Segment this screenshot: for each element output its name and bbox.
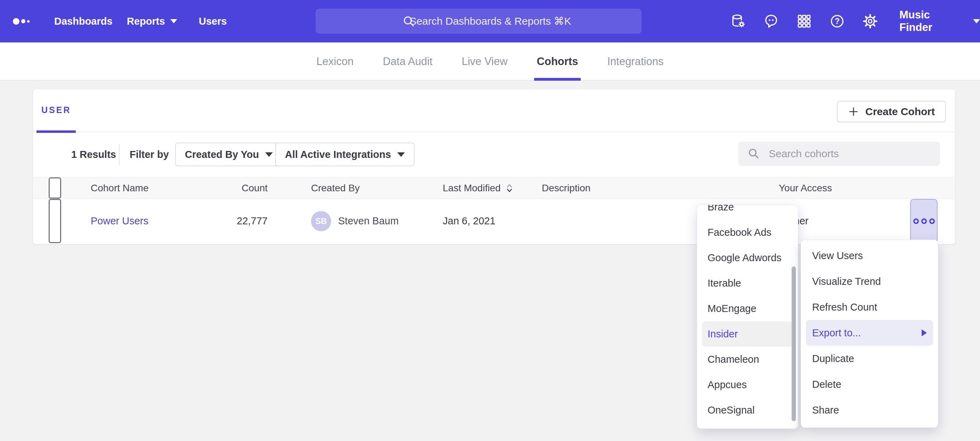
top-navigation-bar: Dashboards Reports Users [0,0,980,42]
column-header-your-access: Your Access [779,177,832,198]
menu-item-chameleon[interactable]: Chameleon [702,347,793,372]
tab-data-audit[interactable]: Data Audit [383,42,432,81]
divider [119,144,119,165]
menu-item-visualize-trend[interactable]: Visualize Trend [806,268,933,294]
nav-link-users[interactable]: Users [199,0,227,42]
apps-grid-icon[interactable] [796,13,812,29]
tab-live-view[interactable]: Live View [461,42,508,81]
chevron-down-icon [397,152,405,157]
export-destinations-list: Braze Facebook Ads Google Adwords Iterab… [697,205,798,423]
tab-integrations[interactable]: Integrations [607,42,663,81]
settings-gear-icon[interactable] [862,13,878,29]
search-icon [747,147,760,160]
sort-icon [505,182,514,194]
global-search-bar[interactable] [315,9,641,34]
tab-user-cohorts[interactable]: USER [37,89,76,133]
global-search-input[interactable] [315,9,641,34]
nav-link-users-label: Users [199,16,227,27]
cohort-name-link[interactable]: Power Users [91,215,148,227]
column-header-cohort-name: Cohort Name [91,177,149,198]
nav-link-dashboards[interactable]: Dashboards [54,0,113,42]
more-options-icon [913,219,919,224]
column-header-description: Description [542,177,590,198]
integrations-filter-dropdown[interactable]: All Active Integrations [275,142,415,166]
tab-lexicon[interactable]: Lexicon [317,42,354,81]
nav-link-reports[interactable]: Reports [127,0,177,42]
chevron-down-icon [170,19,177,23]
cohort-search-bar[interactable] [738,142,940,166]
menu-item-moengage[interactable]: MoEngage [702,296,793,321]
table-header: Cohort Name Count Created By Last Modifi… [33,177,955,199]
menu-item-export-to[interactable]: Export to... [806,320,933,346]
project-selector[interactable]: Music Finder [899,0,980,42]
tab-cohorts[interactable]: Cohorts [537,42,578,81]
table-row: Power Users 22,777 SB Steven Baum Jan 6,… [33,199,955,243]
avatar: SB [311,211,331,231]
submenu-scrollbar[interactable] [792,267,796,421]
cohorts-panel-header: USER Create Cohort [33,89,955,132]
cohort-search-input[interactable] [768,147,931,160]
chevron-down-icon [265,152,273,157]
created-by-filter-dropdown[interactable]: Created By You [175,142,283,166]
select-all-checkbox[interactable] [49,177,61,198]
cohorts-panel: USER Create Cohort 1 Results Filter by C… [33,89,955,244]
menu-item-refresh-count[interactable]: Refresh Count [806,294,933,320]
created-by-cell: SB Steven Baum [311,199,399,243]
menu-item-appcues[interactable]: Appcues [702,372,793,398]
column-header-last-modified[interactable]: Last Modified [443,177,514,198]
plus-icon [848,106,859,117]
data-management-icon[interactable] [730,13,746,29]
menu-item-duplicate[interactable]: Duplicate [806,346,933,371]
menu-item-braze[interactable]: Braze [702,205,793,220]
filter-by-label: Filter by [130,132,169,177]
nav-link-dashboards-label: Dashboards [54,16,113,27]
menu-item-delete[interactable]: Delete [806,371,933,397]
data-management-tab-bar: Lexicon Data Audit Live View Cohorts Int… [0,42,980,81]
menu-item-onesignal[interactable]: OneSignal [702,398,793,423]
submenu-arrow-icon [922,329,927,336]
search-icon [402,14,416,29]
menu-item-insider[interactable]: Insider [702,321,793,347]
menu-item-share[interactable]: Share [806,397,933,423]
menu-item-view-users[interactable]: View Users [806,243,933,268]
results-count: 1 Results [71,132,116,177]
cohort-actions-menu: View Users Visualize Trend Refresh Count… [801,240,938,428]
column-header-count: Count [200,177,267,198]
feedback-icon[interactable] [763,13,779,29]
top-nav-icon-group: ? [730,0,878,42]
cohort-count: 22,777 [200,199,267,243]
row-actions-button[interactable] [910,199,938,243]
menu-item-iterable[interactable]: Iterable [702,271,793,296]
create-cohort-button[interactable]: Create Cohort [837,101,946,122]
project-name: Music Finder [899,9,964,34]
column-header-created-by: Created By [311,177,360,198]
created-by-name: Steven Baum [338,215,399,227]
mixpanel-logo-icon[interactable] [13,0,30,42]
nav-link-reports-label: Reports [127,16,165,27]
chevron-down-icon [973,19,980,23]
export-destinations-submenu: Braze Facebook Ads Google Adwords Iterab… [697,205,798,429]
menu-item-google-adwords[interactable]: Google Adwords [702,245,793,271]
svg-text:?: ? [835,17,840,26]
filter-row: 1 Results Filter by Created By You All A… [33,132,955,177]
menu-item-facebook-ads[interactable]: Facebook Ads [702,220,793,245]
help-icon[interactable]: ? [829,13,845,29]
last-modified-date: Jan 6, 2021 [443,199,496,243]
row-checkbox[interactable] [49,199,61,243]
